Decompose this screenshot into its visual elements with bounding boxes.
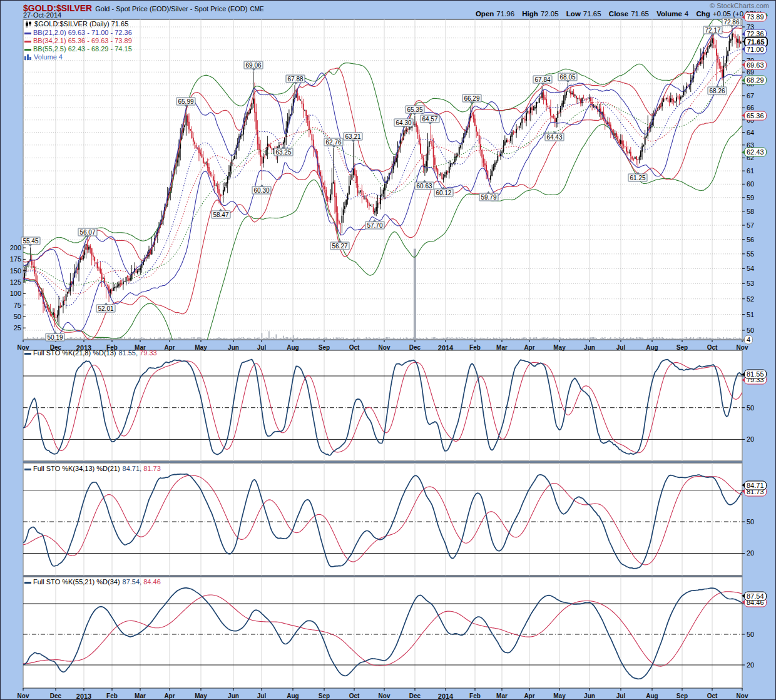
legend-volume: Volume 4 bbox=[34, 53, 63, 61]
stoch3-k-value: 87.54, bbox=[123, 578, 142, 586]
stoch3-label-row: Full STO %K(55,21) %D(34)87.54, 84.46 bbox=[24, 578, 161, 586]
stoch1-name: Full STO %K(21,8) %D(13) bbox=[33, 349, 116, 357]
stoch2-name: Full STO %K(34,13) %D(21) bbox=[33, 465, 120, 472]
stoch1-k-value: 81.55, bbox=[118, 349, 138, 357]
legend-title-row: $GOLD:$SILVER (Daily) 71.65 bbox=[24, 20, 128, 28]
legend-bb34: BB(34,2.1) 65.36 - 69.63 - 73.89 bbox=[33, 37, 132, 44]
legend-bb21-row: BB(21,2.0) 69.63 - 71.00 - 72.36 bbox=[24, 29, 132, 36]
bb55-line-swatch bbox=[24, 49, 31, 51]
legend-bb21: BB(21,2.0) 69.63 - 71.00 - 72.36 bbox=[33, 29, 132, 36]
volume-bars-icon bbox=[24, 54, 32, 60]
legend-volume-row: Volume 4 bbox=[24, 53, 63, 61]
stoch1-label-row: Full STO %K(21,8) %D(13)81.55, 79.33 bbox=[24, 349, 157, 357]
stoch2-label-row: Full STO %K(34,13) %D(21)84.71, 81.73 bbox=[24, 465, 161, 472]
bb34-line-swatch bbox=[24, 41, 31, 43]
bb21-line-swatch bbox=[24, 33, 31, 34]
legend-title: $GOLD:$SILVER (Daily) 71.65 bbox=[34, 20, 128, 28]
stockcharts-page: $GOLD:$SILVERGold - Spot Price (EOD)/Sil… bbox=[0, 0, 776, 700]
stoch3-d-value: 84.46 bbox=[143, 578, 161, 586]
stoch1-d-value: 79.33 bbox=[140, 349, 157, 357]
stoch-k-line-swatch bbox=[24, 469, 31, 470]
legend-bb55: BB(55,2.5) 62.43 - 68.29 - 74.15 bbox=[33, 45, 132, 53]
stoch2-k-value: 84.71, bbox=[123, 465, 142, 472]
candlestick-icon bbox=[24, 21, 33, 28]
legend-bb34-row: BB(34,2.1) 65.36 - 69.63 - 73.89 bbox=[24, 37, 132, 44]
stoch3-name: Full STO %K(55,21) %D(34) bbox=[33, 578, 120, 586]
stoch-k-line-swatch bbox=[24, 582, 31, 584]
stoch-k-line-swatch bbox=[24, 353, 31, 355]
legend-bb55-row: BB(55,2.5) 62.43 - 68.29 - 74.15 bbox=[24, 45, 132, 53]
stoch2-d-value: 81.73 bbox=[143, 465, 161, 472]
